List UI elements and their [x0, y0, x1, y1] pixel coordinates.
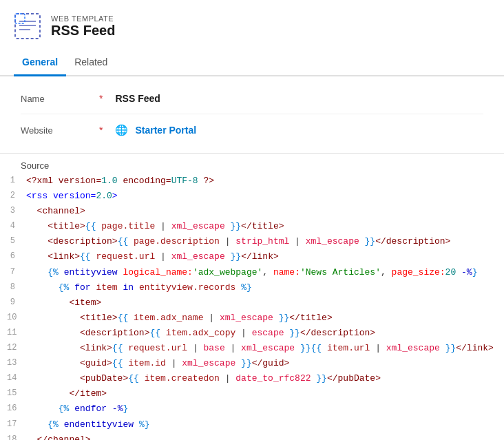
code-line-17: 17 {% endentityview %} [0, 417, 504, 432]
code-line-12: 12 <link>{{ request.url | base | xml_esc… [0, 341, 504, 356]
globe-icon: 🌐 [115, 124, 128, 136]
tab-bar: General Related [0, 51, 504, 76]
code-line-18: 18 </channel> [0, 432, 504, 440]
web-template-icon [14, 12, 41, 40]
code-line-15: 15 </item> [0, 386, 504, 401]
header-title: RSS Feed [51, 23, 115, 39]
website-link[interactable]: Starter Portal [135, 125, 196, 136]
code-line-4: 4 <title>{{ page.title | xml_escape }}</… [0, 219, 504, 234]
code-line-10: 10 <title>{{ item.adx_name | xml_escape … [0, 311, 504, 326]
website-label: Website [21, 125, 90, 136]
tab-related[interactable]: Related [66, 51, 116, 76]
source-code-block: 1 <?xml version=1.0 encoding=UTF-8 ?> 2 … [0, 174, 504, 440]
website-required: * [99, 125, 103, 136]
tab-general[interactable]: General [14, 51, 66, 76]
code-line-6: 6 <link>{{ request.url | xml_escape }}</… [0, 249, 504, 264]
code-line-13: 13 <guid>{{ item.id | xml_escape }}</gui… [0, 356, 504, 371]
svg-rect-0 [15, 14, 40, 39]
svg-rect-4 [15, 14, 25, 23]
name-required: * [99, 93, 103, 104]
code-line-5: 5 <description>{{ page.description | str… [0, 234, 504, 249]
name-field-row: Name * RSS Feed [21, 83, 483, 114]
header-subtitle: WEB TEMPLATE [51, 14, 115, 23]
code-line-9: 9 <item> [0, 295, 504, 311]
code-line-2: 2 <rss version=2.0> [0, 189, 504, 204]
code-line-11: 11 <description>{{ item.adx_copy | escap… [0, 326, 504, 341]
code-line-8: 8 {% for item in entityview.records %} [0, 280, 504, 295]
code-line-14: 14 <pubDate>{{ item.createdon | date_to_… [0, 371, 504, 386]
name-value: RSS Feed [115, 93, 160, 104]
code-line-1: 1 <?xml version=1.0 encoding=UTF-8 ?> [0, 174, 504, 189]
header-text-block: WEB TEMPLATE RSS Feed [51, 14, 115, 39]
name-label: Name [21, 94, 90, 104]
source-label: Source [0, 154, 504, 174]
page-header: WEB TEMPLATE RSS Feed [0, 0, 504, 48]
code-line-7: 7 {% entityview logical_name:'adx_webpag… [0, 265, 504, 280]
form-section: Name * RSS Feed Website * 🌐 Starter Port… [0, 76, 504, 154]
code-line-16: 16 {% endfor -%} [0, 401, 504, 417]
code-line-3: 3 <channel> [0, 204, 504, 219]
website-field-row: Website * 🌐 Starter Portal [21, 114, 483, 146]
